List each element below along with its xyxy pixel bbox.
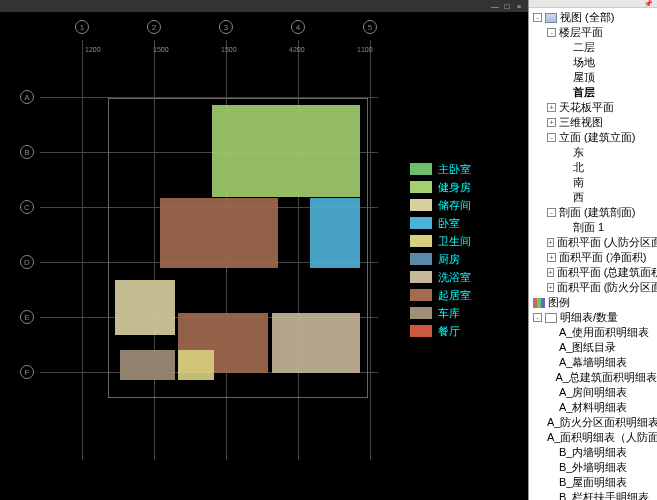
room-fill[interactable]: [115, 280, 175, 335]
tree-area-plan[interactable]: +面积平面 (人防分区面积): [533, 235, 657, 250]
tree-item[interactable]: 剖面 1: [533, 220, 657, 235]
tree-item[interactable]: 东: [533, 145, 657, 160]
room-fill[interactable]: [272, 313, 360, 373]
grid-bubble: A: [20, 90, 34, 104]
legend-row: 洗浴室: [410, 268, 520, 286]
tree-item[interactable]: A_防火分区面积明细表: [533, 415, 657, 430]
tree-label: B_栏杆扶手明细表: [559, 490, 649, 500]
legend-swatch: [410, 235, 432, 247]
tree-item[interactable]: A_图纸目录: [533, 340, 657, 355]
viewport-titlebar: — □ ×: [0, 0, 528, 12]
tree-item[interactable]: 屋顶: [533, 70, 657, 85]
room-fill[interactable]: [178, 350, 214, 380]
tree-floor-plans[interactable]: -楼层平面: [533, 25, 657, 40]
floor-plan-drawing[interactable]: 12345 ABCDEF 12001500150042001100: [20, 20, 398, 480]
legend-label: 厨房: [438, 252, 460, 267]
tree-item[interactable]: 二层: [533, 40, 657, 55]
tree-item[interactable]: 西: [533, 190, 657, 205]
tree-label: A_使用面积明细表: [559, 325, 649, 340]
tree-label: 屋顶: [573, 70, 595, 85]
dimension-text: 4200: [289, 46, 305, 53]
expand-icon[interactable]: +: [547, 268, 554, 277]
legend-label: 卫生间: [438, 234, 471, 249]
maximize-button[interactable]: □: [502, 2, 512, 10]
tree-label: B_内墙明细表: [559, 445, 627, 460]
tree-schedules[interactable]: -明细表/数量: [533, 310, 657, 325]
legend-swatch: [410, 325, 432, 337]
tree-label: 二层: [573, 40, 595, 55]
expand-icon[interactable]: +: [547, 103, 556, 112]
legend-label: 储存间: [438, 198, 471, 213]
dimension-text: 1500: [221, 46, 237, 53]
collapse-icon[interactable]: -: [547, 28, 556, 37]
tree-elevation[interactable]: -立面 (建筑立面): [533, 130, 657, 145]
close-button[interactable]: ×: [514, 2, 524, 10]
tree-label: A_总建筑面积明细表: [556, 370, 657, 385]
tree-item[interactable]: 北: [533, 160, 657, 175]
tree-item[interactable]: B_屋面明细表: [533, 475, 657, 490]
tree-legend[interactable]: 图例: [533, 295, 657, 310]
grid-bubble: 5: [363, 20, 377, 34]
room-fill[interactable]: [212, 105, 360, 197]
tree-label: A_房间明细表: [559, 385, 627, 400]
tree-area-plan[interactable]: +面积平面 (防火分区面积): [533, 280, 657, 295]
tree-item[interactable]: A_面积明细表（人防面积）: [533, 430, 657, 445]
tree-area-plan[interactable]: +面积平面 (净面积): [533, 250, 657, 265]
tree-3d[interactable]: +三维视图: [533, 115, 657, 130]
tree-label: 剖面 (建筑剖面): [559, 205, 635, 220]
panel-pin-icon[interactable]: 📌: [644, 0, 653, 8]
tree-item[interactable]: B_内墙明细表: [533, 445, 657, 460]
tree-item[interactable]: 南: [533, 175, 657, 190]
legend-label: 主卧室: [438, 162, 471, 177]
dimension-text: 1100: [357, 46, 373, 53]
expand-icon[interactable]: +: [547, 253, 556, 262]
tree-label: 三维视图: [559, 115, 603, 130]
legend-row: 起居室: [410, 286, 520, 304]
collapse-icon[interactable]: -: [547, 133, 556, 142]
tree-area-plan[interactable]: +面积平面 (总建筑面积): [533, 265, 657, 280]
legend-row: 餐厅: [410, 322, 520, 340]
legend-swatch: [410, 217, 432, 229]
tree-item[interactable]: B_栏杆扶手明细表: [533, 490, 657, 500]
room-fill[interactable]: [120, 350, 175, 380]
collapse-icon[interactable]: -: [533, 13, 542, 22]
minimize-button[interactable]: —: [490, 2, 500, 10]
grid-bubble: 1: [75, 20, 89, 34]
tree-item[interactable]: A_幕墙明细表: [533, 355, 657, 370]
tree-item[interactable]: 首层: [533, 85, 657, 100]
room-fill[interactable]: [310, 198, 360, 268]
view-icon: [545, 13, 557, 23]
grid-bubble: B: [20, 145, 34, 159]
cad-viewport[interactable]: — □ × 12345 ABCDEF 12001500150042001100 …: [0, 0, 528, 500]
tree-label: 图例: [548, 295, 570, 310]
collapse-icon[interactable]: -: [533, 313, 542, 322]
legend-row: 主卧室: [410, 160, 520, 178]
legend-row: 健身房: [410, 178, 520, 196]
tree-label: 面积平面 (防火分区面积): [557, 280, 657, 295]
tree-label: 北: [573, 160, 584, 175]
tree-item[interactable]: A_使用面积明细表: [533, 325, 657, 340]
grid-line: [370, 40, 371, 460]
tree-section[interactable]: -剖面 (建筑剖面): [533, 205, 657, 220]
tree-label: 面积平面 (净面积): [559, 250, 646, 265]
tree-item[interactable]: B_外墙明细表: [533, 460, 657, 475]
expand-icon[interactable]: +: [547, 238, 554, 247]
tree-item[interactable]: A_房间明细表: [533, 385, 657, 400]
grid-line: [82, 40, 83, 460]
dimension-text: 1500: [153, 46, 169, 53]
tree-item[interactable]: A_材料明细表: [533, 400, 657, 415]
expand-icon[interactable]: +: [547, 118, 556, 127]
grid-bubble: 4: [291, 20, 305, 34]
project-tree[interactable]: -视图 (全部) -楼层平面 二层场地屋顶首层 +天花板平面 +三维视图 -立面…: [529, 8, 657, 500]
tree-label: 南: [573, 175, 584, 190]
room-fill[interactable]: [160, 198, 278, 268]
tree-item[interactable]: 场地: [533, 55, 657, 70]
tree-item[interactable]: A_总建筑面积明细表: [533, 370, 657, 385]
tree-ceiling[interactable]: +天花板平面: [533, 100, 657, 115]
tree-label: B_外墙明细表: [559, 460, 627, 475]
legend-label: 健身房: [438, 180, 471, 195]
tree-root[interactable]: -视图 (全部): [533, 10, 657, 25]
expand-icon[interactable]: +: [547, 283, 554, 292]
collapse-icon[interactable]: -: [547, 208, 556, 217]
tree-label: 明细表/数量: [560, 310, 618, 325]
